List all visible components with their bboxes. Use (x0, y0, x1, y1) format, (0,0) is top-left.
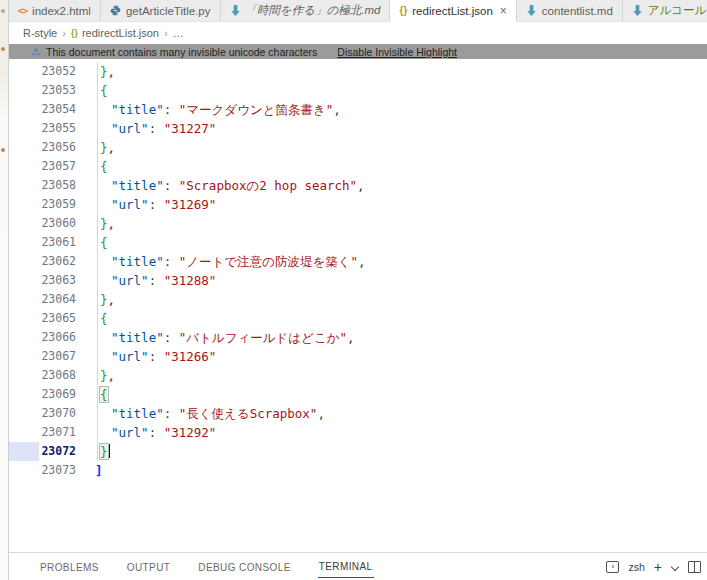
line-number: 23054 (9, 100, 76, 119)
token-br: { (100, 311, 108, 326)
line-number: 23055 (9, 119, 76, 138)
token-pun: : (149, 273, 164, 288)
token-key: "title" (111, 406, 164, 421)
token-key: "url" (111, 349, 149, 364)
close-icon[interactable]: × (500, 5, 507, 17)
panel-tab-problems[interactable]: PROBLEMS (39, 556, 100, 578)
panel-tab-output[interactable]: OUTPUT (126, 556, 172, 578)
code-line-23073[interactable]: 23073] (9, 461, 707, 480)
vscode-window: <>index2.htmlgetArticleTitle.py「時間を作る」の極… (8, 0, 707, 580)
indent-guide (97, 233, 98, 252)
code-line-23057[interactable]: 23057{ (9, 157, 707, 176)
tab-contentlist.md[interactable]: contentlist.md (517, 0, 623, 22)
token-pun: : (164, 102, 179, 117)
code-line-23058[interactable]: 23058"title": "Scrapboxの2 hop search", (9, 176, 707, 195)
token-str: "マークダウンと箇条書き" (179, 102, 334, 117)
token-str: "31292" (164, 425, 217, 440)
indent-guide (97, 138, 98, 157)
line-number: 23052 (9, 62, 76, 81)
terminal-dropdown-chevron[interactable] (671, 563, 679, 571)
indent-guide (97, 347, 98, 366)
code-line-23067[interactable]: 23067"url": "31266" (9, 347, 707, 366)
tab--.md[interactable]: 「時間を作る」の極北.md (221, 0, 391, 22)
disable-invisible-highlight-link[interactable]: Disable Invisible Highlight (337, 46, 457, 58)
tab-getarticletitle.py[interactable]: getArticleTitle.py (101, 0, 221, 22)
indent-guide (97, 290, 98, 309)
indent-guide (97, 271, 98, 290)
token-pun: , (108, 216, 116, 231)
tab--.md[interactable]: アルコール日記.mdU (623, 0, 707, 22)
code-line-23053[interactable]: 23053{ (9, 81, 707, 100)
code-line-23072[interactable]: 23072} (9, 442, 707, 461)
code-line-23066[interactable]: 23066"title": "バトルフィールドはどこか", (9, 328, 707, 347)
code-line-23060[interactable]: 23060}, (9, 214, 707, 233)
split-terminal-button[interactable] (688, 561, 701, 573)
code-line-23061[interactable]: 23061{ (9, 233, 707, 252)
line-number: 23061 (9, 233, 76, 252)
code-line-23055[interactable]: 23055"url": "31227" (9, 119, 707, 138)
tab-label: index2.html (32, 5, 91, 17)
token-pun: : (149, 121, 164, 136)
token-str: "31227" (164, 121, 217, 136)
token-pun: , (317, 406, 325, 421)
code-line-23069[interactable]: 23069{ (9, 385, 707, 404)
line-content: }, (95, 214, 115, 233)
token-key: "url" (111, 273, 149, 288)
new-terminal-button[interactable]: + (654, 560, 662, 574)
code-line-23062[interactable]: 23062"title": "ノートで注意の防波堤を築く", (9, 252, 707, 271)
code-line-23068[interactable]: 23068}, (9, 366, 707, 385)
token-pun: , (108, 64, 116, 79)
code-line-23063[interactable]: 23063"url": "31288" (9, 271, 707, 290)
line-content: ] (95, 461, 103, 480)
token-pun: : (149, 425, 164, 440)
tab-label: アルコール日記.md (648, 3, 707, 18)
markdown-icon (526, 5, 537, 16)
tab-redirectlist.json[interactable]: {}redirectList.json× (390, 0, 516, 22)
breadcrumb-item-file[interactable]: redirectList.json (82, 27, 159, 39)
token-br: } (100, 292, 108, 307)
panel-actions: › zsh + (606, 553, 701, 580)
line-content: "url": "31266" (95, 347, 216, 366)
panel-tab-terminal[interactable]: TERMINAL (318, 555, 374, 578)
indent-guide (97, 119, 98, 138)
code-line-23065[interactable]: 23065{ (9, 309, 707, 328)
code-line-23052[interactable]: 23052}, (9, 62, 707, 81)
token-br: } (100, 216, 108, 231)
line-number: 23063 (9, 271, 76, 290)
code-line-23064[interactable]: 23064}, (9, 290, 707, 309)
token-pun: : (149, 349, 164, 364)
line-number: 23062 (9, 252, 76, 271)
code-line-23059[interactable]: 23059"url": "31269" (9, 195, 707, 214)
token-pun: : (149, 197, 164, 212)
code-line-23071[interactable]: 23071"url": "31292" (9, 423, 707, 442)
token-str: "バトルフィールドはどこか" (179, 330, 347, 345)
code-line-23054[interactable]: 23054"title": "マークダウンと箇条書き", (9, 100, 707, 119)
breadcrumb-item-folder[interactable]: R-style (23, 27, 57, 39)
indent-guide (97, 62, 98, 81)
shell-label[interactable]: zsh (628, 561, 644, 573)
line-content: }, (95, 62, 115, 81)
token-br: } (100, 140, 108, 155)
token-key: "title" (111, 102, 164, 117)
json-icon: {} (71, 28, 78, 38)
line-content: "url": "31227" (95, 119, 216, 138)
line-content: "title": "ノートで注意の防波堤を築く", (95, 252, 366, 271)
token-key: "title" (111, 330, 164, 345)
indent-guide (97, 157, 98, 176)
line-number: 23073 (9, 461, 76, 480)
line-content: "url": "31269" (95, 195, 216, 214)
token-pun: , (357, 178, 365, 193)
token-br: { (100, 159, 108, 174)
tab-label: contentlist.md (542, 5, 613, 17)
code-editor[interactable]: 23052},23053{23054"title": "マークダウンと箇条書き"… (9, 59, 707, 552)
tab-index2.html[interactable]: <>index2.html (9, 0, 101, 22)
breadcrumb-item-symbol[interactable]: … (173, 27, 184, 39)
line-content: }, (95, 366, 115, 385)
line-number: 23067 (9, 347, 76, 366)
indent-guide (97, 195, 98, 214)
bottom-panel: PROBLEMSOUTPUTDEBUG CONSOLETERMINAL › zs… (9, 552, 707, 580)
code-line-23056[interactable]: 23056}, (9, 138, 707, 157)
code-line-23070[interactable]: 23070"title": "長く使えるScrapbox", (9, 404, 707, 423)
panel-tab-debug-console[interactable]: DEBUG CONSOLE (197, 556, 291, 578)
json-icon: {} (399, 5, 407, 16)
